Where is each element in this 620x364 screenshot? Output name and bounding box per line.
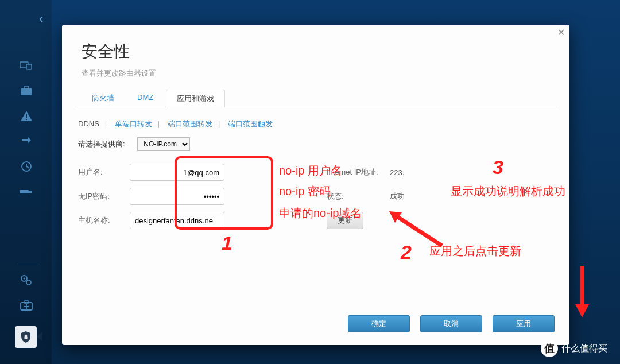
- settings-modal: ✕ 安全性 查看并更改路由器设置 防火墙 DMZ 应用和游戏 DDNS| 单端口…: [62, 25, 569, 345]
- page-title: 安全性: [82, 41, 550, 63]
- subtab-ddns[interactable]: DDNS: [78, 119, 99, 128]
- tab-apps-games[interactable]: 应用和游戏: [166, 90, 225, 107]
- ok-button[interactable]: 确定: [348, 315, 410, 332]
- cancel-button[interactable]: 取消: [420, 315, 482, 332]
- svg-rect-7: [20, 190, 29, 193]
- tab-firewall[interactable]: 防火墙: [82, 90, 125, 107]
- update-button[interactable]: 更新: [327, 212, 363, 229]
- provider-select[interactable]: NO-IP.com: [137, 137, 190, 151]
- subtab-single-port[interactable]: 单端口转发: [115, 119, 152, 128]
- gears-icon[interactable]: [17, 271, 36, 289]
- usb-icon[interactable]: [17, 183, 36, 201]
- svg-rect-4: [26, 114, 27, 118]
- tab-strip: 防火墙 DMZ 应用和游戏: [75, 89, 557, 107]
- internet-ip-value: 223.: [390, 168, 404, 177]
- active-pointer: [37, 332, 42, 341]
- provider-row: 请选择提供商: NO-IP.com: [62, 133, 569, 160]
- watermark-icon: 值: [541, 340, 558, 357]
- medkit-icon[interactable]: [17, 296, 36, 315]
- provider-label: 请选择提供商:: [78, 140, 125, 148]
- warning-icon[interactable]: [17, 107, 36, 125]
- sidebar: ‹: [0, 0, 52, 364]
- status-value: 成功: [390, 191, 405, 202]
- back-icon[interactable]: ‹: [39, 11, 43, 26]
- subtab-port-range[interactable]: 端口范围转发: [168, 119, 212, 128]
- hostname-label: 主机名称:: [78, 215, 130, 226]
- svg-point-10: [24, 278, 25, 280]
- svg-rect-13: [24, 301, 29, 303]
- close-icon[interactable]: ✕: [557, 27, 565, 38]
- watermark: 值 什么值得买: [541, 340, 607, 357]
- subtab-port-trigger[interactable]: 端口范围触发: [228, 119, 273, 128]
- svg-rect-1: [26, 64, 32, 69]
- username-label: 用户名:: [78, 167, 130, 177]
- password-input[interactable]: [130, 188, 224, 205]
- arrow-to-apply: [571, 263, 594, 320]
- svg-rect-5: [26, 119, 27, 120]
- page-subtitle: 查看并更改路由器设置: [82, 68, 550, 79]
- shield-icon[interactable]: [15, 326, 37, 348]
- svg-rect-16: [25, 336, 28, 339]
- apply-button[interactable]: 应用: [493, 315, 555, 332]
- devices-icon[interactable]: [17, 56, 36, 75]
- toolbox-icon[interactable]: [17, 82, 36, 100]
- tab-dmz[interactable]: DMZ: [127, 90, 164, 107]
- status-label: 状态:: [327, 191, 390, 202]
- svg-rect-8: [29, 191, 32, 193]
- clock-icon[interactable]: [17, 157, 36, 176]
- svg-point-11: [26, 280, 31, 285]
- svg-rect-2: [21, 88, 32, 95]
- watermark-text: 什么值得买: [561, 343, 607, 355]
- footer-buttons: 确定 取消 应用: [348, 315, 555, 332]
- sidebar-icons-top: [17, 56, 40, 208]
- internet-ip-label: Internet IP地址:: [327, 167, 390, 177]
- subtab-strip: DDNS| 单端口转发| 端口范围转发| 端口范围触发: [62, 107, 569, 133]
- password-label: 无IP密码:: [78, 191, 130, 202]
- transfer-icon[interactable]: [17, 132, 36, 150]
- hostname-input[interactable]: [130, 212, 224, 229]
- username-input[interactable]: [130, 164, 224, 181]
- svg-rect-3: [24, 86, 29, 89]
